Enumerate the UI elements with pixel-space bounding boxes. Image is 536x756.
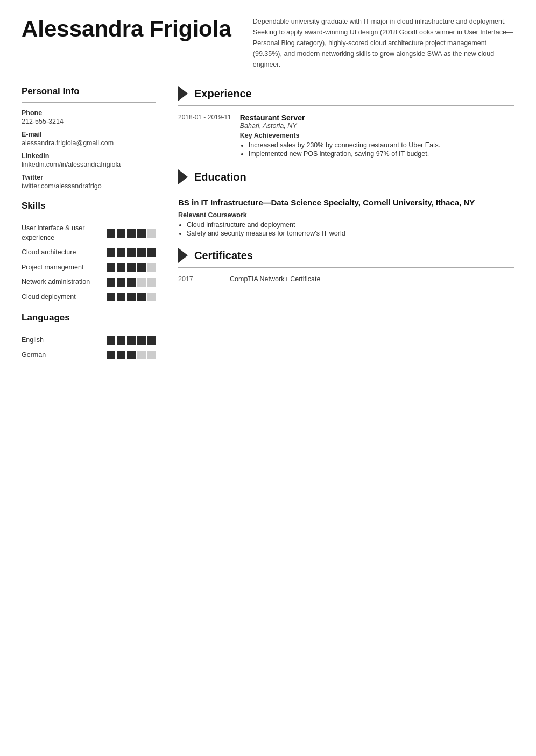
left-column: Personal Info Phone 212-555-3214 E-mail … bbox=[22, 86, 167, 370]
exp-date: 2018-01 - 2019-11 bbox=[178, 113, 231, 159]
skill-bar bbox=[137, 263, 146, 272]
skill-bar bbox=[137, 336, 146, 345]
skill-bar bbox=[137, 278, 146, 287]
skill-bar bbox=[127, 351, 136, 359]
skill-bar bbox=[127, 229, 136, 238]
email-label: E-mail bbox=[22, 131, 156, 138]
language-name: English bbox=[22, 336, 107, 345]
skill-row: Cloud deployment bbox=[22, 293, 156, 302]
skill-name: Cloud deployment bbox=[22, 293, 107, 302]
exp-content: Restaurant Server Bahari, Astoria, NY Ke… bbox=[240, 113, 440, 159]
skill-bar bbox=[147, 351, 156, 359]
education-section: Education BS in IT Infrastructure—Data S… bbox=[178, 169, 514, 237]
linkedin-label: LinkedIn bbox=[22, 152, 156, 160]
languages-list: EnglishGerman bbox=[22, 336, 156, 360]
coursework-item: Safety and security measures for tomorro… bbox=[187, 230, 514, 237]
skill-row: Network administration bbox=[22, 277, 156, 287]
skill-bar bbox=[107, 351, 115, 359]
certificates-divider bbox=[178, 267, 514, 268]
coursework-item: Cloud infrastructure and deployment bbox=[187, 221, 514, 229]
skills-divider bbox=[22, 217, 156, 217]
skill-name: Cloud architecture bbox=[22, 248, 107, 258]
skill-bar bbox=[107, 229, 115, 238]
right-column: Experience 2018-01 - 2019-11 Restaurant … bbox=[167, 86, 514, 370]
skill-name: User interface & user experience bbox=[22, 224, 107, 243]
exp-title: Restaurant Server bbox=[240, 113, 440, 122]
education-title: Education bbox=[194, 171, 246, 183]
skill-bar bbox=[137, 248, 146, 257]
achievements-list: Increased sales by 230% by connecting re… bbox=[240, 141, 440, 158]
skill-bar bbox=[137, 293, 146, 301]
certificates-header: Certificates bbox=[178, 248, 514, 263]
coursework-label: Relevant Coursework bbox=[178, 211, 514, 219]
skill-bar bbox=[147, 293, 156, 301]
experience-entry: 2018-01 - 2019-11 Restaurant Server Baha… bbox=[178, 113, 514, 159]
skill-bar bbox=[117, 293, 125, 301]
experience-divider bbox=[178, 105, 514, 106]
skill-name: Project management bbox=[22, 263, 107, 273]
certificates-list: 2017 CompTIA Network+ Certificate bbox=[178, 275, 514, 283]
skill-bar bbox=[137, 351, 146, 359]
skill-bar bbox=[117, 278, 125, 287]
experience-arrow-icon bbox=[178, 86, 188, 101]
skill-row: User interface & user experience bbox=[22, 224, 156, 243]
skill-bar bbox=[147, 336, 156, 345]
main-layout: Personal Info Phone 212-555-3214 E-mail … bbox=[22, 86, 514, 370]
linkedin-value: linkedin.com/in/alessandrafrigiola bbox=[22, 161, 156, 168]
skill-bar bbox=[147, 248, 156, 257]
certificate-entry: 2017 CompTIA Network+ Certificate bbox=[178, 275, 514, 283]
cert-date: 2017 bbox=[178, 275, 221, 283]
certificates-section: Certificates 2017 CompTIA Network+ Certi… bbox=[178, 248, 514, 283]
cert-name: CompTIA Network+ Certificate bbox=[230, 275, 320, 283]
candidate-name: Alessandra Frigiola bbox=[22, 16, 231, 42]
education-header: Education bbox=[178, 169, 514, 184]
achievement-item: Increased sales by 230% by connecting re… bbox=[249, 141, 440, 149]
skill-bar bbox=[147, 229, 156, 238]
languages-title: Languages bbox=[22, 312, 156, 323]
skill-name: Network administration bbox=[22, 277, 107, 287]
skill-bar bbox=[117, 229, 125, 238]
education-degree: BS in IT Infrastructure—Data Science Spe… bbox=[178, 197, 514, 208]
skill-bar bbox=[107, 336, 115, 345]
skill-bar bbox=[137, 229, 146, 238]
certificates-arrow-icon bbox=[178, 248, 188, 263]
personal-info-section: Personal Info Phone 212-555-3214 E-mail … bbox=[22, 86, 156, 190]
languages-section: Languages EnglishGerman bbox=[22, 312, 156, 360]
skill-bar bbox=[117, 336, 125, 345]
skill-bar bbox=[127, 278, 136, 287]
skill-bar bbox=[117, 351, 125, 359]
skill-bar bbox=[107, 293, 115, 301]
skill-row: Cloud architecture bbox=[22, 248, 156, 258]
languages-divider bbox=[22, 329, 156, 329]
language-row: English bbox=[22, 336, 156, 345]
education-arrow-icon bbox=[178, 169, 188, 184]
skill-bar bbox=[127, 263, 136, 272]
twitter-value: twitter.com/alessandrafrigo bbox=[22, 182, 156, 190]
skills-section: Skills User interface & user experienceC… bbox=[22, 201, 156, 302]
skill-bar bbox=[147, 278, 156, 287]
skills-title: Skills bbox=[22, 201, 156, 211]
achievement-item: Implemented new POS integration, saving … bbox=[249, 150, 440, 158]
personal-info-divider bbox=[22, 102, 156, 103]
skill-bar bbox=[127, 248, 136, 257]
skill-bar bbox=[147, 263, 156, 272]
language-row: German bbox=[22, 351, 156, 360]
twitter-label: Twitter bbox=[22, 174, 156, 181]
skill-bar bbox=[127, 336, 136, 345]
skill-bar bbox=[117, 263, 125, 272]
skill-bar bbox=[127, 293, 136, 301]
experience-list: 2018-01 - 2019-11 Restaurant Server Baha… bbox=[178, 113, 514, 159]
skill-bar bbox=[107, 278, 115, 287]
phone-label: Phone bbox=[22, 109, 156, 117]
experience-header: Experience bbox=[178, 86, 514, 101]
language-name: German bbox=[22, 351, 107, 360]
exp-company: Bahari, Astoria, NY bbox=[240, 122, 440, 130]
phone-value: 212-555-3214 bbox=[22, 118, 156, 125]
personal-info-title: Personal Info bbox=[22, 86, 156, 97]
email-value: alessandra.frigiola@gmail.com bbox=[22, 139, 156, 147]
skill-bar bbox=[107, 263, 115, 272]
coursework-list: Cloud infrastructure and deploymentSafet… bbox=[178, 221, 514, 237]
experience-section: Experience 2018-01 - 2019-11 Restaurant … bbox=[178, 86, 514, 159]
certificates-title: Certificates bbox=[194, 249, 253, 262]
skill-bar bbox=[117, 248, 125, 257]
